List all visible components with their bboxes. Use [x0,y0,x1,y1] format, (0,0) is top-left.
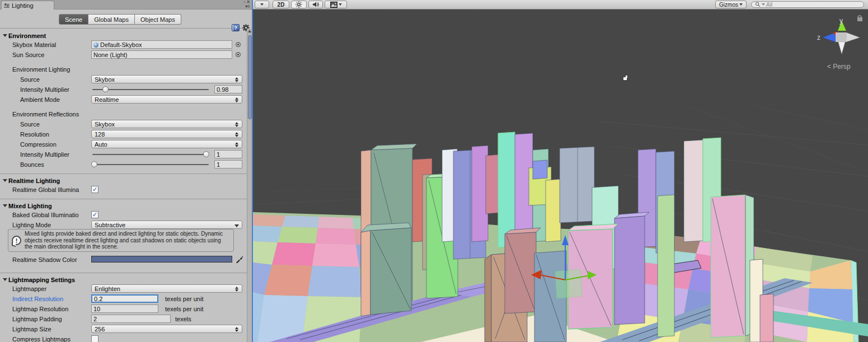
scrollbar-thumb[interactable] [248,35,252,119]
window-tab-strip: Lighting ▫ ✕ ▾≡ [0,0,252,10]
sun-icon [295,1,302,8]
search-filter-caret-icon [762,3,765,6]
ambient-mode-dropdown[interactable]: Realtime [91,95,242,104]
indirect-resolution-label: Indirect Resolution [12,296,63,302]
mixed-lighting-info-text: Mixed lights provide baked direct and in… [25,231,230,250]
panel-menu-icon[interactable]: ▾≡ [245,4,250,9]
panel-toolbar: Scene Global Maps Object Maps ? [0,10,247,29]
image-icon [330,2,337,8]
updown-arrows-icon [235,77,239,82]
realtime-shadow-color-label: Realtime Shadow Color [12,256,77,263]
ambient-mode-label: Ambient Mode [20,96,60,103]
panel-scrollbar[interactable] [247,29,252,342]
dropdown-caret-icon [739,3,743,6]
lighting-tabs: Scene Global Maps Object Maps [59,14,181,25]
lighting-window-tab[interactable]: Lighting [1,1,54,10]
mixed-lighting-info-box: ! Mixed lights provide baked direct and … [8,229,234,252]
svg-text:z: z [817,34,820,41]
slider-thumb[interactable] [91,161,97,167]
section-lightmapping-settings[interactable]: Lightmapping Settings [8,277,75,283]
scene-lighting-toggle[interactable] [291,1,307,8]
dropdown-caret-icon [339,3,342,6]
dropdown-caret-icon [260,3,264,6]
skybox-material-label: Skybox Material [12,41,56,48]
refl-resolution-label: Resolution [20,131,49,138]
persp-toggle[interactable]: < Persp [827,63,851,71]
refl-compression-dropdown[interactable]: Auto [91,140,242,148]
object-picker-icon[interactable] [236,42,241,47]
env-light-intensity-label: Intensity Multiplier [20,86,69,93]
compress-lightmaps-checkbox[interactable] [91,335,98,342]
updown-arrows-icon [235,327,239,332]
refl-intensity-label: Intensity Multiplier [20,151,69,158]
scene-view[interactable]: yz < Persp [253,10,868,342]
sun-source-label: Sun Source [12,51,44,58]
material-sphere-icon [93,43,98,48]
lighting-tab-icon [4,3,10,8]
lightmapper-dropdown[interactable]: Enlighten [91,284,242,293]
bounces-value[interactable]: 1 [214,160,242,168]
lightmap-resolution-field[interactable]: 10 [91,304,158,313]
speaker-icon [312,1,319,8]
section-mixed-lighting[interactable]: Mixed Lighting [8,203,52,209]
section-realtime-lighting[interactable]: Realtime Lighting [8,177,60,184]
slider-thumb[interactable] [102,86,109,92]
info-icon: ! [12,236,21,245]
lightmap-size-dropdown[interactable]: 256 [91,325,242,333]
foldout-arrow[interactable] [3,34,7,37]
scroll-up-icon[interactable] [248,30,251,32]
updown-arrows-icon [235,132,239,137]
bounces-slider[interactable] [91,160,210,168]
section-environment[interactable]: Environment [8,32,46,39]
lightmapper-label: Lightmapper [12,285,46,292]
panel-content: Environment Skybox Material Default-Skyb… [0,29,247,342]
skybox-material-field[interactable]: Default-Skybox [91,40,232,49]
search-icon [755,2,761,7]
lighting-mode-label: Lighting Mode [12,222,51,228]
lightmap-resolution-unit: texels per unit [165,306,203,312]
foldout-arrow[interactable] [3,204,7,207]
realtime-shadow-color-swatch[interactable] [91,256,232,263]
env-light-intensity-value[interactable]: 0.98 [214,85,242,93]
refl-resolution-dropdown[interactable]: 128 [91,130,242,138]
updown-arrows-icon [235,287,239,292]
eyedropper-icon[interactable] [236,255,243,263]
lightmap-size-label: Lightmap Size [12,326,51,332]
realtime-gi-checkbox[interactable]: ✓ [91,186,98,193]
baked-gi-checkbox[interactable]: ✓ [91,211,98,218]
tab-global-maps[interactable]: Global Maps [88,14,135,25]
baked-gi-label: Baked Global Illuminatio [12,212,79,218]
bounces-label: Bounces [20,161,44,168]
foldout-arrow[interactable] [3,179,7,182]
env-light-intensity-slider[interactable] [91,85,210,93]
env-light-source-dropdown[interactable]: Skybox [91,75,242,83]
scene-effects-dropdown[interactable] [325,1,347,8]
environment-reflections-title: Environment Reflections [12,111,79,118]
refl-intensity-value[interactable]: 1 [214,150,242,158]
scene-search-input[interactable]: All [751,1,864,8]
indirect-resolution-unit: texels per unit [165,296,203,302]
dropdown-arrow-icon [234,224,239,227]
refl-intensity-slider[interactable] [91,150,210,158]
draw-mode-dropdown[interactable] [255,1,269,8]
sun-source-field[interactable]: None (Light) [91,50,232,59]
indirect-resolution-field[interactable]: 0.2 [91,294,158,303]
lighting-mode-dropdown[interactable]: Subtractive [91,221,242,229]
lightmap-padding-unit: texels [175,316,191,322]
tab-object-maps[interactable]: Object Maps [135,14,181,25]
lighting-panel: Lighting ▫ ✕ ▾≡ Scene Global Maps Object… [0,0,252,342]
updown-arrows-icon [235,142,239,147]
refl-source-dropdown[interactable]: Skybox [91,120,242,128]
lightmap-resolution-label: Lightmap Resolution [12,306,68,312]
updown-arrows-icon [235,122,239,127]
toggle-2d-button[interactable]: 2D [273,1,289,8]
gizmos-dropdown[interactable]: Gizmos [715,1,747,8]
object-picker-icon[interactable] [236,52,241,57]
slider-thumb[interactable] [203,151,209,157]
scene-3d-render[interactable]: yz [253,10,868,342]
scene-audio-toggle[interactable] [308,1,323,8]
refl-source-label: Source [20,121,40,128]
tab-scene[interactable]: Scene [59,14,88,25]
foldout-arrow[interactable] [3,278,7,281]
lightmap-padding-field[interactable]: 2 [91,315,171,323]
